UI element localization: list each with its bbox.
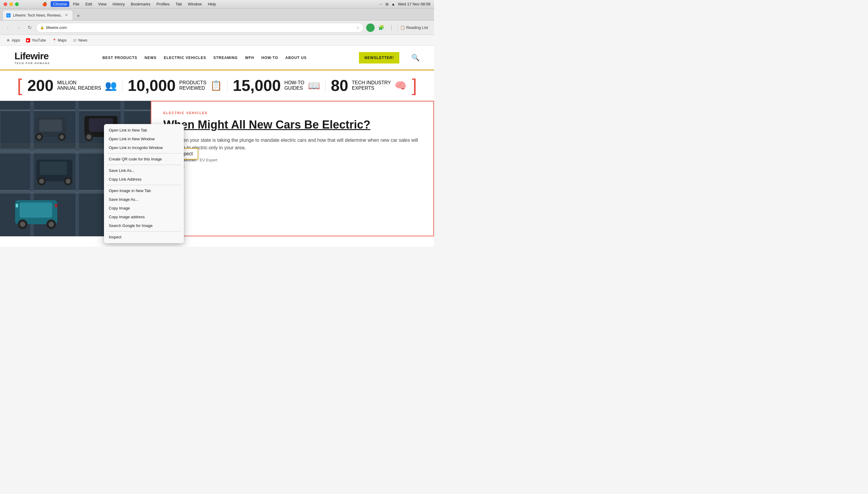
mac-menu-bar: 🍎 Chrome File Edit View History Bookmark… [40, 1, 218, 7]
search-icon[interactable]: 🔍 [411, 54, 419, 62]
lock-icon: 🔒 [40, 25, 44, 30]
svg-rect-21 [20, 203, 52, 217]
svg-point-23 [20, 222, 25, 227]
reload-button[interactable]: ↻ [25, 23, 34, 32]
newsletter-button[interactable]: NEWSLETTER! [359, 52, 399, 63]
news-icon: 📰 [73, 38, 77, 42]
back-button[interactable]: ‹ [4, 23, 12, 32]
bookmark-youtube[interactable]: ▶ YouTube [23, 37, 48, 44]
ctx-open-new-window[interactable]: Open Link in New Window [104, 135, 184, 143]
experts-icon: 🧠 [395, 80, 406, 91]
address-box[interactable]: 🔒 lifewire.com ☆ [36, 23, 364, 33]
bookmark-maps[interactable]: 📍 Maps [50, 37, 69, 44]
extensions-button[interactable]: 🧩 [377, 25, 385, 31]
bookmark-news[interactable]: 📰 News [70, 37, 90, 44]
bookmark-news-label: News [78, 38, 87, 42]
tab-menu[interactable]: Tab [173, 1, 184, 7]
stat-readers: 200 MILLION ANNUAL READERS 👥 [28, 78, 117, 93]
titlebar: 🍎 Chrome File Edit View History Bookmark… [0, 0, 434, 8]
window-menu[interactable]: Window [185, 1, 204, 7]
nav-streaming[interactable]: STREAMING [213, 56, 238, 60]
close-button[interactable] [4, 2, 7, 6]
ctx-separator-3 [106, 185, 181, 185]
nav-about-us[interactable]: ABOUT US [285, 56, 307, 60]
stat-guides-label-top: HOW-TO [285, 80, 304, 86]
nav-best-products[interactable]: BEST PRODUCTS [103, 56, 138, 60]
tab-close-button[interactable]: ✕ [64, 13, 69, 18]
chrome-menu[interactable]: Chrome [51, 1, 69, 7]
control-center-icon[interactable]: ⊟ [385, 2, 388, 6]
stats-bar: [ 200 MILLION ANNUAL READERS 👥 10,000 PR… [0, 71, 434, 101]
edit-menu[interactable]: Edit [83, 1, 94, 7]
stat-experts-number: 80 [331, 78, 348, 93]
tab-bar: L Lifewire: Tech News, Reviews, ✕ + [0, 8, 434, 20]
main-content: ELECTRIC VEHICLES When Might All New Car… [0, 101, 434, 236]
svg-point-31 [39, 179, 44, 184]
stat-experts: 80 TECH INDUSTRY EXPERTS 🧠 [331, 78, 406, 93]
bookmark-youtube-label: YouTube [32, 38, 46, 42]
stat-products-label: PRODUCTS REVIEWED [179, 80, 206, 91]
nav-wfh[interactable]: WFH [245, 56, 254, 60]
ctx-inspect[interactable]: Inspect [104, 233, 184, 242]
stat-products-label-bot: REVIEWED [179, 86, 206, 91]
chrome-menu-button[interactable]: ⋮ [388, 25, 395, 31]
bookmarks-menu[interactable]: Bookmarks [128, 1, 153, 7]
svg-rect-26 [16, 204, 18, 207]
nav-electric-vehicles[interactable]: ELECTRIC VEHICLES [164, 56, 206, 60]
view-menu[interactable]: View [96, 1, 109, 7]
date-time: Wed 17 Nov 08:58 [398, 2, 430, 6]
tab-title: Lifewire: Tech News, Reviews, [13, 13, 62, 17]
ctx-open-incognito[interactable]: Open Link in Incognito Window [104, 143, 184, 152]
bookmark-apps[interactable]: ⊞ Apps [4, 37, 22, 44]
ctx-save-image-as[interactable]: Save Image As... [104, 195, 184, 204]
nav-how-to[interactable]: HOW-TO [261, 56, 278, 60]
apps-icon: ⊞ [6, 38, 10, 42]
svg-rect-29 [40, 162, 67, 175]
traffic-lights[interactable] [4, 2, 19, 6]
stats-divider-2 [227, 79, 228, 92]
svg-rect-15 [39, 119, 62, 132]
ctx-separator-4 [106, 231, 181, 231]
site-logo[interactable]: Lifewire TECH FOR HUMANS [15, 51, 50, 65]
maps-icon: 📍 [52, 38, 56, 42]
article-description: Learn when your state is taking the plun… [163, 136, 421, 152]
menu-dots-icon: ··· [379, 2, 382, 6]
profiles-menu[interactable]: Profiles [154, 1, 172, 7]
active-tab[interactable]: L Lifewire: Tech News, Reviews, ✕ [2, 10, 73, 20]
ctx-save-link-as[interactable]: Save Link As... [104, 166, 184, 175]
stat-readers-label-bot: ANNUAL READERS [57, 86, 101, 91]
nav-news[interactable]: NEWS [145, 56, 157, 60]
apple-menu[interactable]: 🍎 [40, 1, 50, 7]
file-menu[interactable]: File [71, 1, 82, 7]
forward-button[interactable]: › [15, 23, 23, 32]
profile-button[interactable] [366, 23, 375, 32]
products-icon: 📋 [210, 80, 222, 91]
history-menu[interactable]: History [110, 1, 127, 7]
stat-products: 10,000 PRODUCTS REVIEWED 📋 [128, 78, 222, 93]
ctx-copy-image[interactable]: Copy Image [104, 204, 184, 212]
bookmark-star-icon[interactable]: ☆ [356, 25, 360, 30]
fullscreen-button[interactable] [15, 2, 19, 6]
help-menu[interactable]: Help [205, 1, 218, 7]
address-bar: ‹ › ↻ 🔒 lifewire.com ☆ 🧩 ⋮ 📋 Reading Lis… [0, 20, 434, 35]
article-category: ELECTRIC VEHICLES [163, 111, 421, 115]
readers-icon: 👥 [105, 80, 117, 91]
ctx-create-qr[interactable]: Create QR code for this Image [104, 155, 184, 164]
logo-text: Lifewire [15, 51, 50, 62]
article-title[interactable]: When Might All New Cars Be Electric? [163, 118, 421, 132]
svg-point-11 [87, 135, 91, 139]
url-text: lifewire.com [46, 25, 354, 30]
ctx-copy-image-address[interactable]: Copy image address [104, 212, 184, 221]
stat-products-label-top: PRODUCTS [179, 80, 206, 86]
reading-list-button[interactable]: 📋 Reading List [398, 24, 430, 31]
minimize-button[interactable] [10, 2, 13, 6]
stat-experts-label: TECH INDUSTRY EXPERTS [352, 80, 391, 91]
bookmarks-bar: ⊞ Apps ▶ YouTube 📍 Maps 📰 News [0, 35, 434, 46]
ctx-open-new-tab[interactable]: Open Link in New Tab [104, 126, 184, 135]
new-tab-button[interactable]: + [74, 12, 83, 20]
context-menu: Open Link in New Tab Open Link in New Wi… [104, 124, 184, 243]
ctx-open-image-new-tab[interactable]: Open Image in New Tab [104, 186, 184, 195]
ctx-copy-link-address[interactable]: Copy Link Address [104, 175, 184, 184]
ctx-search-google[interactable]: Search Google for Image [104, 221, 184, 230]
stat-readers-label: MILLION ANNUAL READERS [57, 80, 101, 91]
